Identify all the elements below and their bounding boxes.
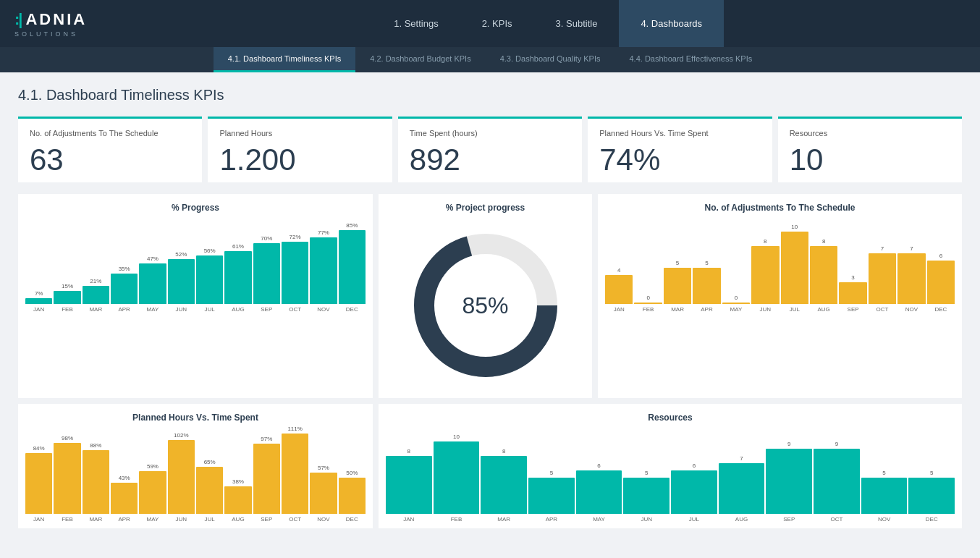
kpi-resources-label: Resources	[790, 129, 950, 138]
bar-month-label: MAY	[593, 516, 605, 523]
bar-month-label: JAN	[33, 306, 44, 313]
bar-group: 5JUN	[623, 470, 669, 523]
bar	[839, 282, 866, 304]
bar-group: 57%NOV	[310, 465, 337, 523]
bar	[224, 486, 251, 514]
kpi-planned-vs-spent-value: 74%	[599, 145, 760, 175]
page-title: 4.1. Dashboard Timeliness KPIs	[18, 87, 962, 103]
bar-value-label: 38%	[232, 478, 244, 485]
bar	[623, 478, 669, 514]
bar-month-label: NOV	[905, 306, 918, 313]
bar-value-label: 70%	[261, 235, 272, 242]
charts-row-1: % Progress 7%JAN15%FEB21%MAR35%APR47%MAY…	[18, 194, 962, 398]
bar	[224, 251, 251, 304]
bar-group: 70%SEP	[253, 235, 280, 313]
bar-value-label: 7	[881, 245, 884, 252]
bar-group: 61%AUG	[224, 243, 251, 313]
bar-group: 5APR	[693, 260, 720, 313]
sub-tab-effectiveness[interactable]: 4.4. Dashboard Effectiveness KPIs	[614, 47, 766, 72]
bar-month-label: NOV	[317, 516, 329, 523]
bar-value-label: 56%	[204, 248, 216, 254]
bar-group: 52%JUN	[168, 251, 195, 313]
bar-month-label: DEC	[926, 516, 938, 523]
bar-value-label: 0	[646, 295, 649, 301]
bar	[781, 232, 808, 304]
kpi-time-spent-value: 892	[410, 145, 570, 175]
bar	[196, 255, 223, 304]
nav-tab-dashboards[interactable]: 4. Dashboards	[619, 0, 724, 47]
bar	[634, 303, 662, 304]
bar-group: 7NOV	[897, 245, 925, 313]
bar-month-label: FEB	[643, 306, 654, 313]
bar-value-label: 7	[740, 455, 743, 462]
logo-sub: SOLUTIONS	[14, 30, 78, 38]
bar	[671, 470, 717, 514]
kpi-adjustments-label: No. of Adjustments To The Schedule	[30, 129, 190, 138]
bar-month-label: MAR	[497, 516, 510, 523]
nav-tab-subtitle[interactable]: 3. Subtitle	[534, 0, 620, 47]
bar-value-label: 5	[550, 470, 553, 476]
bar-value-label: 52%	[175, 251, 187, 258]
bar-month-label: JAN	[614, 306, 625, 313]
kpi-time-spent-label: Time Spent (hours)	[410, 129, 570, 138]
bar-group: 85%DEC	[339, 222, 366, 313]
bar-group: 7AUG	[719, 455, 765, 523]
bar	[810, 246, 837, 304]
adjustments-chart: No. of Adjustments To The Schedule 4JAN0…	[598, 194, 962, 398]
bar-value-label: 21%	[90, 278, 101, 284]
bar-month-label: JUN	[176, 306, 187, 313]
bar-group: 43%APR	[111, 475, 138, 523]
bar-month-label: NOV	[878, 516, 890, 523]
bar	[54, 443, 80, 514]
bar-group: 0MAY	[722, 295, 750, 313]
bar-value-label: 111%	[287, 426, 302, 432]
kpi-adjustments: No. of Adjustments To The Schedule 63	[18, 117, 202, 182]
bar	[897, 253, 925, 304]
bar-month-label: MAR	[89, 306, 102, 313]
bar-value-label: 77%	[318, 229, 329, 236]
nav-tab-settings[interactable]: 1. Settings	[372, 0, 460, 47]
donut-value: 85%	[462, 292, 508, 319]
bar-month-label: FEB	[62, 516, 73, 523]
nav-tab-kpis[interactable]: 2. KPIs	[460, 0, 534, 47]
bar-group: 0FEB	[634, 295, 662, 313]
planned-vs-spent-chart: Planned Hours Vs. Time Spent 84%JAN98%FE…	[18, 404, 373, 528]
bar-group: 7%JAN	[25, 290, 52, 313]
bar-group: 9OCT	[814, 441, 860, 523]
bar-value-label: 57%	[318, 465, 329, 471]
bar-group: 5NOV	[861, 470, 908, 523]
planned-vs-spent-chart-title: Planned Hours Vs. Time Spent	[25, 413, 366, 423]
bar-month-label: OCT	[876, 306, 889, 313]
bar	[339, 230, 366, 304]
resources-chart: Resources 8JAN10FEB8MAR5APR6MAY5JUN6JUL7…	[379, 404, 962, 528]
bar	[722, 303, 750, 304]
bar-value-label: 5	[645, 470, 648, 476]
bar	[310, 473, 337, 514]
bar-group: 102%JUN	[168, 432, 195, 523]
bar-value-label: 5	[676, 260, 679, 266]
charts-row-2: Planned Hours Vs. Time Spent 84%JAN98%FE…	[18, 404, 962, 528]
bar-group: 9SEP	[766, 441, 812, 523]
bar-month-label: JUL	[205, 516, 215, 523]
bar	[111, 274, 138, 304]
bar-month-label: FEB	[62, 306, 73, 313]
sub-tab-quality[interactable]: 4.3. Dashboard Quality KPIs	[486, 47, 615, 72]
bar-value-label: 5	[882, 470, 885, 476]
bar-value-label: 8	[502, 448, 505, 455]
bar	[605, 275, 633, 304]
bar-month-label: OCT	[289, 516, 301, 523]
bar-value-label: 98%	[62, 435, 73, 441]
bar	[168, 259, 195, 304]
sub-tab-timeliness[interactable]: 4.1. Dashboard Timeliness KPIs	[214, 47, 356, 72]
bar-group: 8JUN	[751, 238, 779, 313]
bar-month-label: DEC	[934, 306, 947, 313]
bar	[766, 449, 812, 514]
bar-value-label: 7	[910, 245, 913, 252]
main-nav: 1. Settings 2. KPIs 3. Subtitle 4. Dashb…	[130, 0, 966, 47]
bar-group: 8JAN	[386, 448, 432, 523]
bar-value-label: 8	[407, 448, 410, 455]
progress-chart-title: % Progress	[25, 203, 366, 213]
bar-value-label: 6	[939, 253, 942, 259]
sub-tab-budget[interactable]: 4.2. Dashboard Budget KPIs	[355, 47, 485, 72]
sub-nav: 4.1. Dashboard Timeliness KPIs 4.2. Dash…	[0, 47, 980, 72]
